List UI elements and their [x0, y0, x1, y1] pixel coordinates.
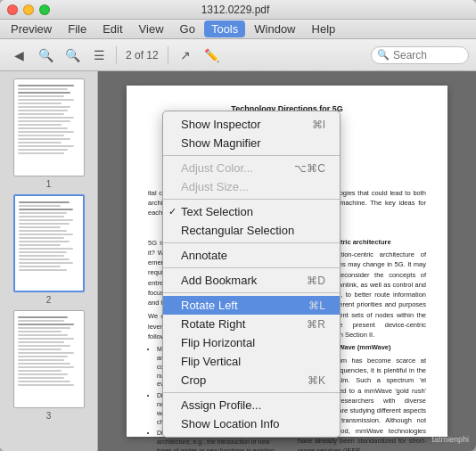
rectangular-selection-label: Rectangular Selection: [181, 224, 294, 237]
menu-show-inspector[interactable]: Show Inspector ⌘I: [163, 115, 340, 134]
menu-crop[interactable]: Crop ⌘K: [163, 371, 340, 390]
app-window: 1312.0229.pdf Preview File Edit View Go …: [0, 0, 476, 451]
show-location-info-label: Show Location Info: [181, 417, 280, 430]
show-inspector-label: Show Inspector: [181, 118, 261, 131]
thumbnail-sidebar: 1: [0, 71, 98, 451]
menu-rotate-right[interactable]: Rotate Right ⌘R: [163, 315, 340, 333]
menu-adjust-color[interactable]: Adjust Color... ⌥⌘C: [163, 159, 340, 177]
rotate-left-label: Rotate Left: [181, 299, 238, 312]
dd-sep-1: [163, 155, 340, 156]
dd-sep-3: [163, 242, 340, 243]
add-bookmark-label: Add Bookmark: [181, 274, 257, 287]
search-box[interactable]: 🔍: [371, 46, 469, 64]
page-info: 2 of 12: [122, 49, 162, 62]
sidebar-toggle-button[interactable]: ☰: [87, 44, 111, 67]
menu-edit[interactable]: Edit: [95, 20, 129, 37]
dd-sep-2: [163, 199, 340, 200]
adjust-size-label: Adjust Size...: [181, 180, 249, 193]
menu-preview[interactable]: Preview: [4, 20, 59, 37]
flip-horizontal-label: Flip Horizontal: [181, 336, 255, 349]
crop-label: Crop: [181, 373, 206, 387]
menu-flip-horizontal[interactable]: Flip Horizontal: [163, 333, 340, 352]
menu-go[interactable]: Go: [173, 20, 202, 37]
markup-button[interactable]: ✏️: [201, 44, 224, 67]
menu-file[interactable]: File: [61, 20, 94, 37]
window-title: 1312.0229.pdf: [2, 4, 469, 16]
menu-text-selection[interactable]: ✓ Text Selection: [163, 202, 340, 221]
adjust-color-shortcut: ⌥⌘C: [294, 162, 325, 175]
menu-rectangular-selection[interactable]: Rectangular Selection: [163, 221, 340, 240]
thumb-image-1: [13, 78, 85, 176]
main-content: 1: [0, 71, 476, 451]
menu-tools[interactable]: Tools: [204, 20, 245, 37]
thumbnail-page-3[interactable]: 3: [4, 310, 94, 421]
check-icon: ✓: [168, 206, 176, 217]
thumb-image-2: [13, 194, 85, 292]
menubar: Preview File Edit View Go Tools Window H…: [0, 20, 476, 39]
nav-back-button[interactable]: ◀: [7, 44, 30, 67]
menu-show-location-info[interactable]: Show Location Info: [163, 414, 340, 433]
zoom-out-button[interactable]: 🔍: [34, 44, 57, 67]
titlebar: 1312.0229.pdf: [0, 0, 476, 20]
menu-annotate[interactable]: Annotate: [163, 246, 340, 265]
toolbar-separator-2: [168, 46, 168, 64]
thumb-num-1: 1: [46, 179, 52, 189]
zoom-in-button[interactable]: 🔍: [61, 44, 84, 67]
menu-adjust-size[interactable]: Adjust Size...: [163, 177, 340, 196]
toolbar: ◀ 🔍 🔍 ☰ 2 of 12 ↗ ✏️ 🔍: [0, 39, 476, 71]
dd-sep-4: [163, 267, 340, 268]
search-input[interactable]: [393, 49, 464, 62]
search-icon: 🔍: [377, 49, 390, 61]
thumb-image-3: [13, 310, 85, 408]
adjust-color-label: Adjust Color...: [181, 161, 253, 175]
thumb-num-3: 3: [46, 411, 52, 421]
crop-shortcut: ⌘K: [308, 374, 325, 387]
tools-dropdown-menu[interactable]: Show Inspector ⌘I Show Magnifier Adjust …: [162, 111, 341, 438]
thumbnail-page-1[interactable]: 1: [4, 78, 94, 189]
dd-sep-5: [163, 292, 340, 293]
thumbnail-page-2[interactable]: 2: [4, 194, 94, 305]
menu-view[interactable]: View: [132, 20, 171, 37]
dd-sep-6: [163, 392, 340, 393]
menu-window[interactable]: Window: [247, 20, 302, 37]
assign-profile-label: Assign Profile...: [181, 398, 261, 412]
flip-vertical-label: Flip Vertical: [181, 355, 241, 368]
menu-assign-profile[interactable]: Assign Profile...: [163, 396, 340, 414]
show-magnifier-label: Show Magnifier: [181, 136, 261, 150]
rotate-left-shortcut: ⌘L: [308, 299, 325, 312]
menu-show-magnifier[interactable]: Show Magnifier: [163, 134, 340, 152]
menu-help[interactable]: Help: [305, 20, 343, 37]
toolbar-separator: [116, 46, 117, 64]
show-inspector-shortcut: ⌘I: [312, 119, 325, 131]
rotate-right-shortcut: ⌘R: [307, 318, 325, 331]
add-bookmark-shortcut: ⌘D: [307, 275, 325, 287]
thumb-num-2: 2: [46, 295, 52, 305]
menu-rotate-left[interactable]: Rotate Left ⌘L: [163, 296, 340, 315]
annotate-label: Annotate: [181, 249, 227, 262]
menu-flip-vertical[interactable]: Flip Vertical: [163, 352, 340, 371]
share-button[interactable]: ↗: [174, 44, 197, 67]
text-selection-label: Text Selection: [181, 205, 253, 218]
rotate-right-label: Rotate Right: [181, 317, 245, 331]
menu-add-bookmark[interactable]: Add Bookmark ⌘D: [163, 271, 340, 290]
